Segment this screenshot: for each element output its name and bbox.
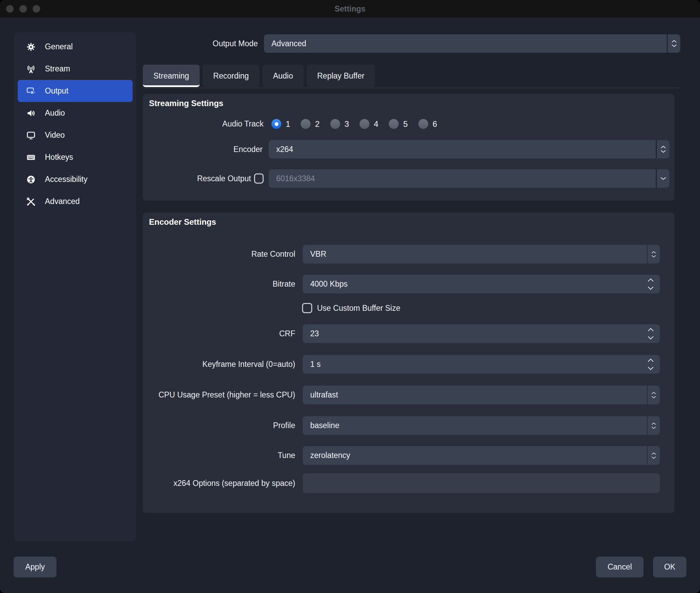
audio-track-option-2[interactable]: 2: [301, 119, 319, 129]
x264-options-label: x264 Options (separated by space): [143, 473, 295, 493]
sidebar-item-label: General: [45, 42, 73, 51]
tab-streaming[interactable]: Streaming: [143, 65, 200, 87]
tab-recording[interactable]: Recording: [203, 65, 260, 87]
settings-sidebar: General Stream: [14, 32, 136, 541]
accessibility-icon: [25, 174, 37, 185]
sidebar-item-accessibility[interactable]: Accessibility: [18, 168, 133, 190]
sidebar-item-stream[interactable]: Stream: [18, 58, 133, 80]
rate-control-select[interactable]: VBR: [303, 245, 660, 264]
rescale-resolution-value: 6016x3384: [269, 174, 315, 183]
chevron-down-icon: [656, 169, 669, 188]
tune-value: zerolatency: [303, 451, 350, 460]
crf-spinbox[interactable]: 23: [303, 324, 660, 343]
cpu-preset-value: ultrafast: [303, 390, 338, 400]
profile-value: baseline: [303, 421, 339, 430]
keyframe-interval-spinbox[interactable]: 1 s: [303, 355, 660, 374]
tabbar-separator: [143, 87, 680, 89]
sidebar-item-label: Hotkeys: [45, 153, 73, 162]
sidebar-item-label: Accessibility: [45, 175, 87, 184]
sidebar-item-label: Advanced: [45, 197, 80, 206]
tab-replay-buffer[interactable]: Replay Buffer: [307, 65, 375, 87]
encoder-settings-panel: Encoder Settings Rate Control VBR Bitrat…: [143, 213, 674, 513]
audio-track-radio-group: 1 2 3 4 5 6: [271, 119, 437, 129]
sidebar-item-label: Video: [45, 131, 65, 140]
sidebar-item-label: Stream: [45, 64, 70, 73]
encoder-value: x264: [269, 145, 293, 154]
audio-track-option-1[interactable]: 1: [271, 119, 290, 129]
ok-button[interactable]: OK: [653, 557, 686, 577]
output-mode-select[interactable]: Advanced: [264, 34, 680, 53]
tools-icon: [25, 196, 37, 207]
x264-options-input[interactable]: [303, 473, 660, 493]
sidebar-item-video[interactable]: Video: [18, 124, 133, 146]
radio-icon: [330, 119, 340, 129]
rescale-output-checkbox[interactable]: [254, 173, 264, 184]
chevron-updown-icon: [647, 245, 660, 264]
settings-window: Settings: [0, 0, 700, 593]
tune-select[interactable]: zerolatency: [303, 446, 660, 465]
spin-down-button[interactable]: [647, 366, 654, 371]
cpu-preset-select[interactable]: ultrafast: [303, 386, 660, 404]
sidebar-item-advanced[interactable]: Advanced: [18, 190, 133, 213]
chevron-updown-icon: [667, 34, 680, 53]
sidebar-item-label: Output: [45, 86, 68, 96]
keyboard-icon: [25, 152, 37, 163]
rate-control-label: Rate Control: [143, 245, 295, 264]
radio-icon: [360, 119, 369, 129]
spin-down-button[interactable]: [647, 286, 654, 290]
sidebar-item-general[interactable]: General: [18, 36, 133, 58]
sidebar-item-label: Audio: [45, 108, 65, 118]
radio-icon: [389, 119, 399, 129]
chevron-updown-icon: [656, 140, 669, 158]
rescale-resolution-combo[interactable]: 6016x3384: [269, 169, 669, 188]
screen-camera-icon: [25, 85, 37, 97]
radio-icon: [301, 119, 311, 129]
spin-up-button[interactable]: [647, 278, 654, 282]
radio-checked-icon: [271, 119, 281, 129]
spin-down-button[interactable]: [647, 336, 654, 340]
tune-label: Tune: [143, 446, 295, 465]
broadcast-icon: [25, 63, 37, 75]
encoder-settings-title: Encoder Settings: [149, 217, 216, 227]
audio-track-option-4[interactable]: 4: [360, 119, 378, 129]
keyframe-interval-label: Keyframe Interval (0=auto): [143, 355, 295, 374]
keyframe-interval-value: 1 s: [303, 360, 321, 369]
titlebar: Settings: [0, 0, 700, 18]
streaming-settings-panel: Streaming Settings Audio Track 1 2 3 4 5: [143, 94, 674, 201]
audio-track-label: Audio Track: [143, 118, 264, 129]
encoder-label: Encoder: [143, 140, 263, 158]
rate-control-value: VBR: [303, 250, 326, 259]
audio-track-option-6[interactable]: 6: [418, 119, 437, 129]
chevron-updown-icon: [647, 386, 660, 404]
spin-up-button[interactable]: [647, 327, 654, 332]
use-custom-buffer-label: Use Custom Buffer Size: [317, 303, 400, 313]
crf-value: 23: [303, 329, 319, 338]
sidebar-item-audio[interactable]: Audio: [18, 102, 133, 124]
cpu-preset-label: CPU Usage Preset (higher = less CPU): [143, 386, 295, 404]
profile-label: Profile: [143, 416, 295, 435]
streaming-settings-title: Streaming Settings: [149, 99, 223, 108]
tab-audio[interactable]: Audio: [263, 65, 304, 87]
output-tabs: Streaming Recording Audio Replay Buffer: [143, 65, 375, 87]
radio-icon: [418, 119, 428, 129]
use-custom-buffer-checkbox[interactable]: [302, 303, 312, 313]
profile-select[interactable]: baseline: [303, 416, 660, 435]
encoder-select[interactable]: x264: [269, 140, 669, 158]
sidebar-item-hotkeys[interactable]: Hotkeys: [18, 146, 133, 168]
monitor-icon: [25, 130, 37, 141]
bitrate-spinbox[interactable]: 4000 Kbps: [303, 275, 660, 293]
bitrate-value: 4000 Kbps: [303, 279, 348, 289]
chevron-updown-icon: [647, 416, 660, 435]
spin-up-button[interactable]: [647, 358, 654, 362]
gear-icon: [25, 41, 37, 53]
bitrate-label: Bitrate: [143, 275, 295, 293]
rescale-output-label: Rescale Output: [143, 169, 251, 188]
audio-track-option-5[interactable]: 5: [389, 119, 407, 129]
cancel-button[interactable]: Cancel: [596, 557, 644, 577]
output-mode-label: Output Mode: [143, 34, 258, 53]
apply-button[interactable]: Apply: [14, 557, 56, 577]
crf-label: CRF: [143, 324, 295, 343]
sidebar-item-output[interactable]: Output: [18, 80, 133, 102]
audio-track-option-3[interactable]: 3: [330, 119, 349, 129]
window-title: Settings: [0, 0, 700, 18]
